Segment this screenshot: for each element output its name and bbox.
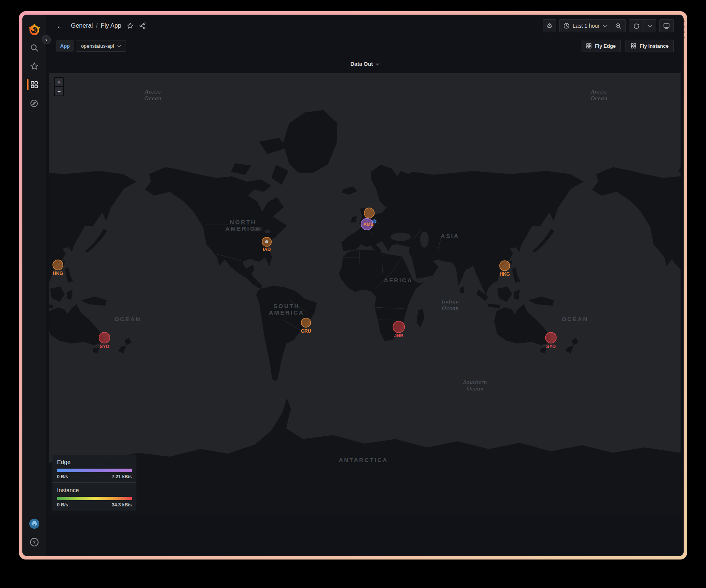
kiosk-mode-button[interactable] — [659, 19, 674, 32]
apps-icon — [630, 43, 637, 49]
sidebar-item-starred[interactable] — [22, 58, 46, 75]
edge-legend-max: 7.21 kB/s — [112, 474, 132, 479]
svg-text:HKG: HKG — [53, 271, 63, 276]
world-map: ArcticOceanArcticOceanNORTHAMERICAASIAAF… — [49, 73, 681, 515]
svg-text:GRU: GRU — [301, 328, 311, 334]
main-area: ← General / Fly App — [46, 15, 684, 556]
help-icon: ? — [30, 538, 39, 546]
sidebar-item-explore[interactable] — [22, 95, 46, 112]
apps-icon — [586, 43, 592, 49]
refresh-icon — [633, 23, 640, 29]
map-label: ArcticOcean — [590, 89, 607, 101]
map-marker-jnb[interactable]: JNB — [393, 321, 405, 338]
grafana-window: ? › ← General / Fly App — [22, 15, 684, 556]
map-zoom-out-button[interactable]: − — [55, 87, 63, 95]
edge-legend-min: 0 B/s — [57, 474, 68, 479]
panel-header[interactable]: Data Out — [46, 55, 684, 73]
svg-text:IAD: IAD — [263, 247, 271, 252]
back-button[interactable]: ← — [56, 22, 65, 30]
chevron-down-icon — [375, 63, 380, 65]
fly-edge-link[interactable]: Fly Edge — [581, 40, 621, 52]
sidebar-bottom: ? — [22, 515, 46, 556]
panel-spacer — [46, 515, 684, 556]
instance-legend-min: 0 B/s — [57, 502, 68, 508]
chevron-down-icon — [603, 25, 607, 27]
profile-avatar-icon — [29, 519, 39, 529]
sidebar-item-profile[interactable] — [22, 515, 46, 532]
breadcrumb-divider: / — [96, 22, 97, 29]
geomap-panel[interactable]: ArcticOceanArcticOceanNORTHAMERICAASIAAF… — [49, 73, 681, 515]
time-picker-group: Last 1 hour — [559, 19, 626, 32]
edge-legend: Edge 0 B/s 7.21 kB/s — [52, 455, 136, 482]
map-label: ArcticOcean — [145, 89, 161, 101]
instance-legend-max: 34.3 kB/s — [112, 502, 132, 508]
panel-title: Data Out — [350, 61, 373, 67]
svg-text:SYD: SYD — [546, 344, 556, 349]
map-marker-hkg[interactable]: HKG — [499, 261, 510, 277]
breadcrumb: General / Fly App — [71, 22, 121, 29]
breadcrumb-folder[interactable]: General — [71, 22, 93, 29]
map-label: SOUTHAMERICA — [269, 303, 304, 316]
dashboards-icon — [30, 80, 39, 89]
chevron-down-icon — [117, 45, 121, 47]
star-icon — [30, 62, 39, 70]
app-variable-dropdown[interactable]: openstatus-api — [76, 40, 126, 52]
map-label: AFRICA — [384, 277, 413, 283]
instance-legend-gradient — [57, 497, 132, 500]
active-indicator — [27, 79, 29, 90]
fly-edge-link-label: Fly Edge — [595, 43, 616, 49]
map-zoom-in-button[interactable]: + — [55, 78, 63, 86]
map-marker-syd-west[interactable]: SYD — [99, 332, 110, 349]
map-label: ASIA — [441, 233, 459, 239]
map-label: NORTHAMERICA — [225, 219, 261, 232]
refresh-button[interactable] — [629, 20, 644, 32]
grafana-logo[interactable] — [22, 22, 46, 38]
map-legend: Edge 0 B/s 7.21 kB/s Instance 0 B/s 34.3… — [52, 455, 136, 511]
fly-instance-link-label: Fly Instance — [640, 43, 669, 49]
map-marker-gru[interactable]: GRU — [301, 318, 311, 334]
grafana-logo-icon — [29, 24, 40, 36]
chevron-down-icon — [648, 25, 652, 27]
zoom-out-time-button[interactable] — [611, 20, 625, 32]
clock-icon — [563, 23, 570, 29]
edge-legend-gradient — [57, 469, 132, 472]
magnifier-minus-icon — [615, 23, 622, 29]
svg-text:AMS: AMS — [363, 222, 374, 227]
map-marker-syd[interactable]: SYD — [545, 332, 556, 349]
refresh-interval-dropdown[interactable] — [644, 20, 656, 32]
map-marker-iad[interactable]: IAD — [262, 237, 271, 252]
fly-instance-link[interactable]: Fly Instance — [625, 40, 674, 52]
map-label: SouthernOcean — [463, 379, 487, 392]
sidebar-expand-button[interactable]: › — [42, 35, 51, 44]
dashboard-links: Fly Edge Fly Instance — [581, 40, 674, 52]
app-variable-value: openstatus-api — [81, 43, 114, 49]
time-range-button[interactable]: Last 1 hour — [560, 20, 611, 32]
sidebar-item-dashboards[interactable] — [22, 76, 46, 93]
share-button[interactable] — [139, 22, 146, 29]
dashboard-settings-button[interactable]: ⚙ — [543, 19, 556, 32]
favorite-button[interactable] — [127, 22, 134, 29]
sidebar-item-help[interactable]: ? — [22, 534, 46, 551]
map-label: ANTARCTICA — [339, 457, 388, 463]
svg-text:JNB: JNB — [394, 333, 403, 338]
instance-legend: Instance 0 B/s 34.3 kB/s — [52, 482, 136, 511]
time-range-label: Last 1 hour — [573, 23, 600, 29]
map-label: OCEAN — [561, 316, 588, 322]
search-icon — [30, 44, 39, 52]
page-title: Fly App — [101, 22, 121, 29]
screenshot-frame: ? › ← General / Fly App — [19, 11, 687, 560]
refresh-group — [629, 19, 656, 32]
gear-icon: ⚙ — [546, 23, 552, 29]
dashboard-toolbar: ⚙ Last 1 hour — [543, 19, 674, 32]
app-variable-label: App — [56, 40, 74, 52]
star-icon — [127, 22, 134, 29]
map-label: IndianOcean — [441, 298, 459, 311]
monitor-icon — [663, 22, 670, 30]
svg-text:SYD: SYD — [100, 344, 109, 349]
share-icon — [139, 22, 146, 29]
map-marker-ams-edge-small[interactable] — [373, 220, 376, 223]
map-marker-hkg-west[interactable]: HKG — [53, 260, 63, 276]
dashboard-header: ← General / Fly App — [46, 15, 684, 37]
instance-legend-title: Instance — [57, 487, 132, 493]
map-marker-ams-edge[interactable] — [364, 208, 374, 218]
